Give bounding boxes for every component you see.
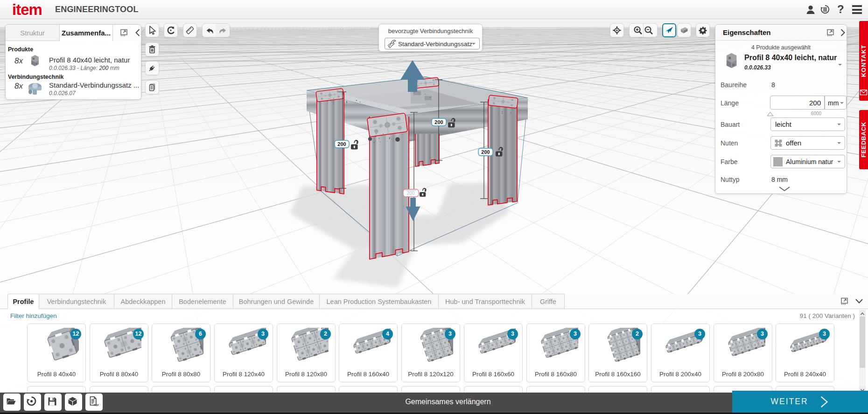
svg-text:200: 200 [434,119,443,125]
svg-text:200: 200 [481,149,490,155]
svg-text:200: 200 [337,141,346,147]
svg-text:200: 200 [407,191,415,196]
svg-text:PDF: PDF [94,404,99,407]
